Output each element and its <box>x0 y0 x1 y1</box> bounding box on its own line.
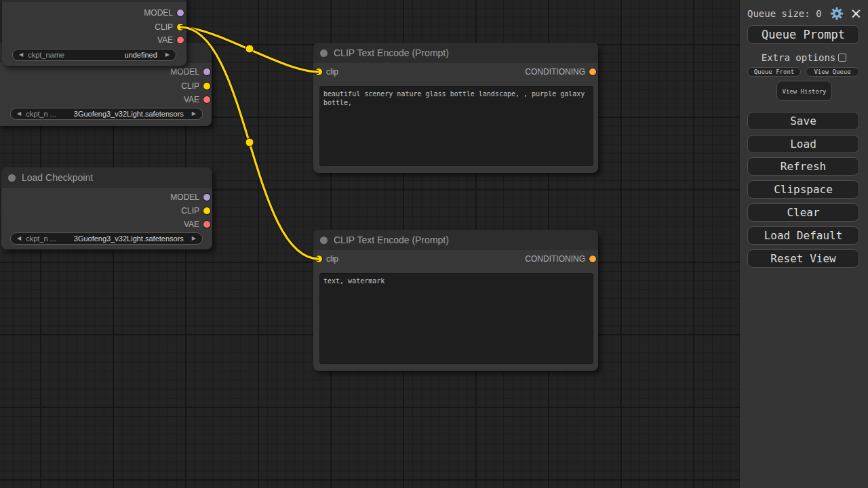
clip-output-dot-icon[interactable] <box>203 83 210 89</box>
slot-label: clip <box>326 254 338 264</box>
model-output-dot-icon[interactable] <box>203 194 210 201</box>
clip-input-dot-icon[interactable] <box>315 68 322 75</box>
collapse-dot-icon[interactable] <box>8 174 16 182</box>
view-history-button[interactable]: View History <box>776 81 832 101</box>
output-slot-clip: CLIP <box>181 80 210 92</box>
output-slot-clip: CLIP <box>155 21 184 33</box>
node-title-bar[interactable]: CLIP Text Encode (Prompt) <box>313 43 598 63</box>
widget-label: ckpt_n ... <box>26 110 56 118</box>
combo-left-arrow-icon[interactable]: ◀ <box>17 111 21 117</box>
node-checkpoint-loader-top[interactable]: MODEL CLIP VAE ◀ ckpt_name undefined ▶ <box>2 0 186 66</box>
conditioning-output-dot-icon[interactable] <box>589 68 596 75</box>
clipspace-button[interactable]: Clipspace <box>747 180 859 199</box>
clip-output-dot-icon[interactable] <box>203 207 210 214</box>
combo-right-arrow-icon[interactable]: ▶ <box>192 111 196 117</box>
clip-input-dot-icon[interactable] <box>315 256 322 262</box>
settings-gear-icon[interactable] <box>830 7 844 20</box>
combo-left-arrow-icon[interactable]: ◀ <box>17 236 21 241</box>
ckpt-name-combo-widget[interactable]: ◀ ckpt_n ... 3Guofeng3_v32Light.safetens… <box>10 232 203 245</box>
slot-label: CONDITIONING <box>525 67 585 77</box>
close-menu-icon[interactable]: × <box>850 7 862 20</box>
node-clip-text-encode-positive[interactable]: CLIP Text Encode (Prompt) clip CONDITION… <box>313 43 598 173</box>
input-slot-clip: clip <box>315 253 338 265</box>
queue-front-button[interactable]: Queue Front <box>747 67 801 77</box>
slot-label: CLIP <box>181 81 199 91</box>
output-slot-model: MODEL <box>144 7 184 19</box>
prompt-text-input[interactable]: text, watermark <box>319 273 593 364</box>
slot-label: MODEL <box>170 192 199 202</box>
comfy-menu-panel: Queue size: 0 × Queue Prompt <box>740 0 868 488</box>
refresh-button[interactable]: Refresh <box>747 157 859 176</box>
clip-output-dot-icon[interactable] <box>177 24 184 30</box>
widget-label: ckpt_name <box>28 51 64 59</box>
combo-right-arrow-icon[interactable]: ▶ <box>192 236 196 241</box>
widget-value: undefined <box>125 51 157 59</box>
conditioning-output-dot-icon[interactable] <box>589 256 596 262</box>
menu-header: Queue size: 0 × <box>747 6 862 21</box>
slot-label: CLIP <box>181 206 199 216</box>
output-slot-vae: VAE <box>184 218 210 230</box>
load-button[interactable]: Load <box>747 135 859 153</box>
widget-value: 3Guofeng3_v32Light.safetensors <box>74 235 184 243</box>
widget-label: ckpt_n ... <box>26 235 56 243</box>
ckpt-name-combo-widget[interactable]: ◀ ckpt_n ... 3Guofeng3_v32Light.safetens… <box>10 108 203 120</box>
node-clip-text-encode-negative[interactable]: CLIP Text Encode (Prompt) clip CONDITION… <box>313 230 598 371</box>
combo-left-arrow-icon[interactable]: ◀ <box>19 52 23 58</box>
slot-label: clip <box>326 67 338 77</box>
node-title: Load Checkpoint <box>22 172 93 183</box>
slot-label: MODEL <box>170 67 199 77</box>
graph-canvas[interactable]: MODEL CLIP VAE ◀ ckpt_n ... 3Guofeng3_v3… <box>0 0 740 488</box>
save-button[interactable]: Save <box>747 112 859 130</box>
view-queue-button[interactable]: View Queue <box>806 67 859 77</box>
slot-label: CONDITIONING <box>525 254 585 264</box>
slot-label: MODEL <box>144 8 173 18</box>
extra-options-label: Extra options <box>762 52 836 63</box>
link-midpoint-dot[interactable] <box>245 45 254 53</box>
widget-value: 3Guofeng3_v32Light.safetensors <box>74 110 184 118</box>
ckpt-name-combo-widget[interactable]: ◀ ckpt_name undefined ▶ <box>12 49 176 61</box>
extra-options-checkbox[interactable] <box>838 54 846 62</box>
output-slot-clip: CLIP <box>181 205 210 217</box>
prompt-text-input[interactable]: beautiful scenery nature glass bottle la… <box>319 86 593 166</box>
node-title: CLIP Text Encode (Prompt) <box>334 47 449 58</box>
model-output-dot-icon[interactable] <box>177 9 184 16</box>
slot-label: VAE <box>184 95 199 104</box>
queue-prompt-button[interactable]: Queue Prompt <box>747 25 859 44</box>
slot-label: CLIP <box>155 22 173 32</box>
collapse-dot-icon[interactable] <box>320 49 328 57</box>
node-title-bar[interactable] <box>2 0 186 2</box>
output-slot-vae: VAE <box>184 94 210 106</box>
reset-view-button[interactable]: Reset View <box>747 249 859 268</box>
queue-size-label: Queue size: 0 <box>747 8 822 19</box>
output-slot-conditioning: CONDITIONING <box>525 253 596 265</box>
slot-label: VAE <box>157 35 173 45</box>
clear-button[interactable]: Clear <box>747 203 859 222</box>
collapse-dot-icon[interactable] <box>320 237 328 244</box>
extra-options-row: Extra options <box>740 52 868 62</box>
input-slot-clip: clip <box>315 66 338 78</box>
output-slot-model: MODEL <box>170 191 210 203</box>
vae-output-dot-icon[interactable] <box>203 221 210 228</box>
output-slot-model: MODEL <box>170 66 210 78</box>
node-title-bar[interactable]: CLIP Text Encode (Prompt) <box>313 230 598 250</box>
node-title: CLIP Text Encode (Prompt) <box>334 235 449 245</box>
link-midpoint-dot[interactable] <box>245 138 254 146</box>
slot-label: VAE <box>184 220 199 229</box>
model-output-dot-icon[interactable] <box>203 68 210 75</box>
vae-output-dot-icon[interactable] <box>177 37 184 43</box>
combo-right-arrow-icon[interactable]: ▶ <box>165 52 170 58</box>
load-default-button[interactable]: Load Default <box>747 226 859 245</box>
vae-output-dot-icon[interactable] <box>203 96 210 103</box>
output-slot-vae: VAE <box>157 34 184 46</box>
output-slot-conditioning: CONDITIONING <box>525 66 596 78</box>
node-title-bar[interactable]: Load Checkpoint <box>1 167 212 188</box>
node-load-checkpoint[interactable]: Load Checkpoint MODEL CLIP VAE ◀ ckpt_n … <box>1 167 212 249</box>
